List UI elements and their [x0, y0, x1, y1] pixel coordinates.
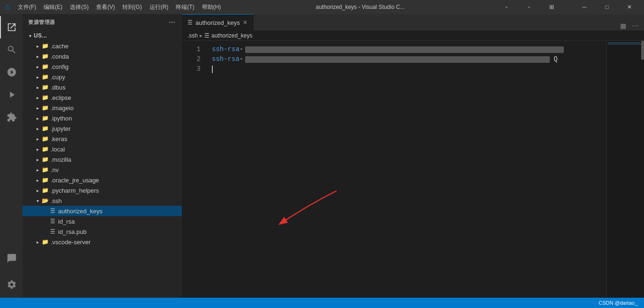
sidebar-item-config[interactable]: ▸ 📁 .config — [22, 61, 182, 72]
sidebar-item-mozilla[interactable]: ▸ 📁 .mozilla — [22, 154, 182, 165]
window-controls: ▫ ▫ ⊞ ─ □ ✕ — [496, 0, 640, 14]
sidebar-item-imageio[interactable]: ▸ 📁 .imageio — [22, 103, 182, 113]
activity-remote[interactable] — [0, 247, 22, 270]
activity-explorer[interactable] — [0, 16, 22, 38]
folder-icon: 📁 — [41, 135, 49, 143]
menu-select[interactable]: 选择(S) — [66, 1, 92, 13]
menu-edit[interactable]: 编辑(E) — [40, 1, 66, 13]
title-bar: ☃ 文件(F) 编辑(E) 选择(S) 查看(V) 转到(G) 运行(R) 终端… — [0, 0, 644, 14]
config-arrow-icon: ▸ — [34, 63, 41, 70]
root-expand-arrow: ▾ — [26, 32, 34, 39]
layout-icon-2[interactable]: ▫ — [518, 0, 540, 14]
sidebar-item-nv[interactable]: ▸ 📁 .nv — [22, 165, 182, 175]
close-button[interactable]: ✕ — [619, 0, 640, 14]
text-cursor — [212, 66, 213, 73]
keras-arrow-icon: ▸ — [34, 135, 41, 143]
imageio-label: .imageio — [51, 105, 74, 112]
layout-icon-1[interactable]: ▫ — [496, 0, 517, 14]
sidebar-item-local[interactable]: ▸ 📁 .local — [22, 144, 182, 154]
ipython-arrow-icon: ▸ — [34, 114, 41, 122]
file-tab-icon: ☰ — [187, 19, 193, 26]
line-numbers: 1 2 3 — [182, 41, 204, 298]
folder-icon: 📁 — [41, 145, 49, 153]
menu-view[interactable]: 查看(V) — [92, 1, 119, 13]
mozilla-label: .mozilla — [51, 156, 71, 163]
sidebar-item-cupy[interactable]: ▸ 📁 .cupy — [22, 72, 182, 82]
folder-icon: 📁 — [41, 238, 49, 246]
folder-icon: 📁 — [41, 94, 49, 101]
breadcrumb-part1[interactable]: .ssh — [187, 32, 198, 39]
line2-suffix: Q — [554, 54, 557, 64]
root-folder-item[interactable]: ▾ US... — [22, 30, 182, 41]
cupy-label: .cupy — [51, 74, 65, 81]
sidebar-item-jupyter[interactable]: ▸ 📁 .jupyter — [22, 123, 182, 134]
sidebar-item-vscode-server[interactable]: ▸ 📁 .vscode-server — [22, 237, 182, 247]
line-num-2: 2 — [182, 54, 201, 64]
sidebar-item-idrsapub[interactable]: ☰ id_rsa.pub — [22, 226, 182, 237]
keras-label: .keras — [51, 135, 67, 143]
vscode-server-label: .vscode-server — [51, 239, 90, 246]
activity-git[interactable] — [0, 61, 22, 83]
sidebar-header-actions: ⋯ — [168, 18, 176, 27]
idrsapub-label: id_rsa.pub — [58, 228, 87, 235]
minimap-scrollbar[interactable] — [641, 41, 644, 60]
vscode-logo-icon: ☃ — [4, 3, 10, 12]
line-num-1: 1 — [182, 45, 201, 54]
root-folder-label: US... — [34, 32, 47, 39]
minimap-content — [607, 41, 644, 46]
tab-label: authorized_keys — [195, 19, 240, 26]
editor[interactable]: 1 2 3 ssh-rsa - ssh-rsa - Q — [182, 41, 644, 298]
tab-close-button[interactable]: ✕ — [243, 19, 247, 26]
menu-bar: 文件(F) 编辑(E) 选择(S) 查看(V) 转到(G) 运行(R) 终端(T… — [14, 1, 225, 13]
extensions-icon — [7, 112, 17, 122]
folder-icon: 📁 — [41, 114, 49, 122]
sidebar-item-ssh[interactable]: ▾ 📂 .ssh — [22, 195, 182, 206]
editor-content[interactable]: ssh-rsa - ssh-rsa - Q — [204, 41, 607, 298]
dbus-arrow-icon: ▸ — [34, 83, 41, 91]
ssh-label: .ssh — [51, 197, 62, 204]
activity-settings[interactable] — [0, 273, 22, 296]
gear-icon — [7, 279, 17, 290]
sidebar-item-oracle[interactable]: ▸ 📁 .oracle_jre_usage — [22, 175, 182, 185]
tab-bar-actions: ▦ ⋯ — [618, 21, 644, 30]
sidebar-item-eclipse[interactable]: ▸ 📁 .eclipse — [22, 92, 182, 103]
activity-extensions[interactable] — [0, 106, 22, 128]
breadcrumb-part2[interactable]: authorized_keys — [211, 32, 252, 39]
menu-terminal[interactable]: 终端(T) — [172, 1, 198, 13]
sidebar-item-ipython[interactable]: ▸ 📁 .ipython — [22, 113, 182, 123]
folder-icon: 📁 — [41, 42, 49, 50]
sidebar-item-idrsa[interactable]: ☰ id_rsa — [22, 216, 182, 226]
split-editor-icon[interactable]: ▦ — [618, 21, 628, 30]
tab-authorized-keys[interactable]: ☰ authorized_keys ✕ — [182, 14, 254, 30]
more-tabs-icon[interactable]: ⋯ — [630, 21, 640, 30]
sidebar-item-authorized-keys[interactable]: ☰ authorized_keys — [22, 206, 182, 216]
dbus-label: .dbus — [51, 84, 66, 91]
sidebar-item-conda[interactable]: ▸ 📁 .conda — [22, 51, 182, 61]
more-actions-icon[interactable]: ⋯ — [168, 18, 176, 27]
sidebar-item-dbus[interactable]: ▸ 📁 .dbus — [22, 82, 182, 92]
ipython-label: .ipython — [51, 115, 72, 122]
menu-help[interactable]: 帮助(H) — [198, 1, 225, 13]
sidebar-item-cache[interactable]: ▸ 📁 .cache — [22, 41, 182, 51]
minimap — [607, 41, 644, 298]
file-icon: ☰ — [49, 228, 56, 235]
eclipse-arrow-icon: ▸ — [34, 94, 41, 101]
sidebar-item-keras[interactable]: ▸ 📁 .keras — [22, 134, 182, 144]
menu-goto[interactable]: 转到(G) — [119, 1, 145, 13]
folder-icon: 📁 — [41, 83, 49, 91]
maximize-button[interactable]: □ — [596, 0, 618, 14]
editor-line-1: ssh-rsa - — [212, 45, 607, 54]
sidebar-item-pycharm[interactable]: ▸ 📁 .pycharm_helpers — [22, 185, 182, 195]
imageio-arrow-icon: ▸ — [34, 104, 41, 112]
menu-run[interactable]: 运行(R) — [146, 1, 172, 13]
main-layout: 资源管理器 ⋯ ▾ US... ▸ 📁 .cache ▸ 📁 .conda — [0, 14, 644, 298]
file-icon: ☰ — [49, 218, 56, 225]
local-arrow-icon: ▸ — [34, 145, 41, 153]
minimize-button[interactable]: ─ — [574, 0, 595, 14]
layout-icon-3[interactable]: ⊞ — [541, 0, 562, 14]
activity-run[interactable] — [0, 83, 22, 106]
cupy-arrow-icon: ▸ — [34, 73, 41, 81]
activity-search[interactable] — [0, 38, 22, 61]
menu-file[interactable]: 文件(F) — [14, 1, 40, 13]
explorer-icon — [7, 22, 17, 32]
